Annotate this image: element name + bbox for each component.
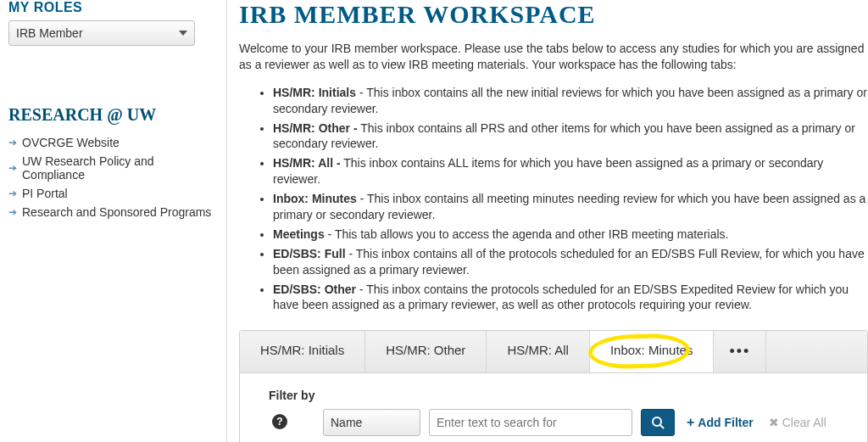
sidebar-links: ➔ OVCRGE Website ➔ UW Research Policy an… [8,133,218,221]
role-value: IRB Member [16,26,83,40]
desc-item: HS/MR: Other - This inbox contains all P… [273,120,868,153]
arrow-right-icon: ➔ [8,187,17,199]
my-roles-heading: MY ROLES [8,0,218,15]
intro-text: Welcome to your IRB member workspace. Pl… [239,41,868,73]
sidebar-link-label: OVCRGE Website [22,136,120,149]
tab-body: Filter by ? Name + Add Fi [240,373,867,442]
desc-item: HS/MR: Initials - This inbox contains al… [273,85,868,117]
plus-icon: + [687,415,694,430]
main-content: IRB MEMBER WORKSPACE Welcome to your IRB… [227,0,868,442]
sidebar-link-label: PI Portal [22,187,68,200]
research-at-uw-heading: RESEARCH @ UW [8,105,218,125]
arrow-right-icon: ➔ [8,206,17,218]
filter-search-input[interactable] [429,409,632,436]
add-filter-button[interactable]: + Add Filter [687,415,754,430]
desc-item: ED/SBS: Other - This inbox contains the … [273,282,868,314]
filter-row: ? Name + Add Filter [260,409,847,436]
filter-field-value: Name [331,416,362,429]
tab-bar: HS/MR: Initials HS/MR: Other HS/MR: All … [240,331,867,373]
tab-more[interactable]: ••• [714,331,766,372]
chevron-down-icon [179,31,187,36]
sidebar-link-pi-portal[interactable]: ➔ PI Portal [8,184,218,203]
clear-all-button[interactable]: ✖ Clear All [769,416,826,429]
x-icon: ✖ [769,416,779,429]
tab-inbox-minutes[interactable]: Inbox: Minutes [590,331,715,372]
filter-field-select[interactable]: Name [323,409,420,436]
search-button[interactable] [641,409,675,436]
arrow-right-icon: ➔ [8,137,17,148]
workspace-tab-descriptions: HS/MR: Initials - This inbox contains al… [273,85,868,314]
sidebar-link-label: UW Research Policy and Compliance [22,154,218,182]
role-selector[interactable]: IRB Member [8,20,195,46]
arrow-right-icon: ➔ [8,162,17,174]
sidebar: MY ROLES IRB Member RESEARCH @ UW ➔ OVCR… [0,0,227,442]
page-title: IRB MEMBER WORKSPACE [239,0,868,29]
clear-all-label: Clear All [782,416,826,429]
sidebar-link-rsp[interactable]: ➔ Research and Sponsored Programs [8,203,218,221]
add-filter-label: Add Filter [698,416,753,429]
sidebar-link-uw-research-policy[interactable]: ➔ UW Research Policy and Compliance [8,152,218,184]
desc-item: HS/MR: All - This inbox contains ALL ite… [273,155,868,187]
desc-item: Meetings - This tab allows you to access… [273,227,868,243]
desc-item: ED/SBS: Full - This inbox contains all o… [273,246,868,278]
sidebar-link-ovcrge[interactable]: ➔ OVCRGE Website [8,133,218,152]
tab-label: Inbox: Minutes [610,343,693,357]
tab-hsmr-all[interactable]: HS/MR: All [487,331,590,372]
filter-heading: Filter by [269,389,847,402]
desc-item: Inbox: Minutes - This inbox contains all… [273,191,868,223]
tab-hsmr-initials[interactable]: HS/MR: Initials [240,331,365,372]
tab-panel: HS/MR: Initials HS/MR: Other HS/MR: All … [239,330,868,442]
help-icon[interactable]: ? [272,414,287,429]
svg-line-1 [660,425,664,428]
svg-point-0 [653,417,661,426]
sidebar-link-label: Research and Sponsored Programs [22,205,211,219]
search-icon [651,416,665,429]
tab-hsmr-other[interactable]: HS/MR: Other [365,331,487,372]
